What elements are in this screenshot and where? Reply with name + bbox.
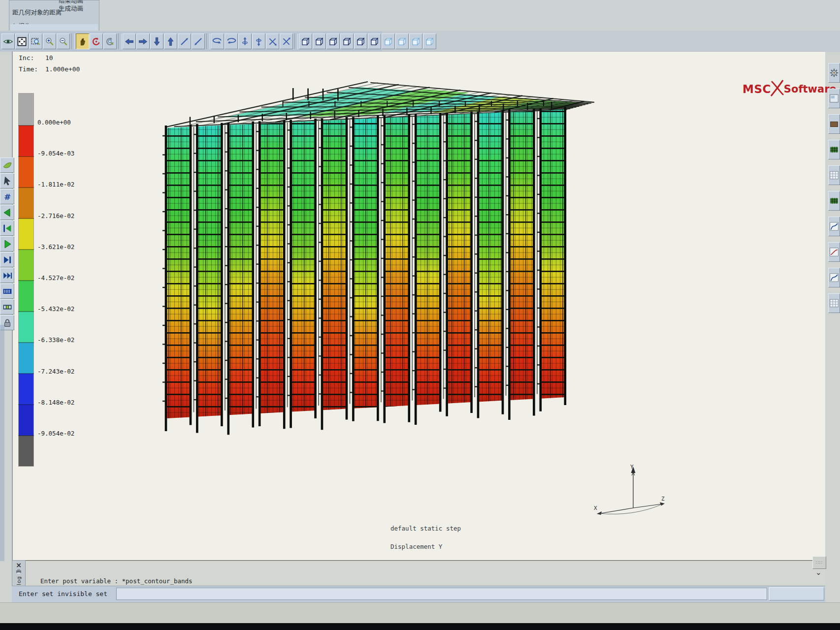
translate-right-icon [138,36,148,47]
scroll-down-chevron-icon[interactable]: ⌄ [815,568,822,577]
screen-bezel [0,623,840,630]
increment-readout: Inc:10 [19,54,53,62]
rotate-x-up-button[interactable] [238,33,252,49]
numbering-icon: # [2,191,13,202]
solid-render-button[interactable] [828,114,840,134]
view-bottom-icon [369,36,380,47]
orientation-triad: Y X Z [591,463,667,518]
pan-button[interactable] [76,33,89,49]
legend-value-label: -4.527e-02 [37,274,74,282]
settings-button[interactable] [828,63,840,83]
translate-down-button[interactable] [150,33,163,49]
view-front-button[interactable] [299,33,312,49]
xy-plot-button[interactable] [828,268,840,287]
rotate-pos-button[interactable] [178,33,191,49]
increment-value: 10 [45,54,53,62]
view-iso-4-button[interactable] [423,33,436,49]
command-prompt-label: Enter set invisible set [19,590,107,598]
bottom-bar [0,602,840,624]
view-front-icon [300,36,311,47]
view-left-button[interactable] [326,33,340,49]
rotate-z-ccw-icon [281,36,291,47]
model-browser-icon [829,93,840,104]
history-plot-button[interactable] [828,217,840,236]
legend-value-label: -5.432e-02 [37,305,74,313]
fit-view-button[interactable] [15,33,29,49]
view-iso-1-button[interactable] [382,33,395,49]
console-scrollbar-thumb[interactable]: ∷∷ [812,556,826,569]
prompt-side-button[interactable] [769,587,824,600]
plot-style-button[interactable] [0,158,14,173]
view-iso-3-button[interactable] [409,33,422,49]
visibility-button[interactable] [1,33,15,49]
plot-style-icon [2,160,13,171]
legend-value-label: -8.148e-02 [37,399,74,406]
path-plot-button[interactable] [828,242,840,262]
view-back-icon [314,36,324,47]
zoom-in-button[interactable] [43,33,56,49]
pick-tool-icon [2,176,13,187]
legend-value-label: -1.811e-02 [37,181,74,188]
legend-value-label: 0.000e+00 [37,119,71,126]
report-grid-button[interactable] [828,293,840,313]
anim-step-back-button[interactable] [0,220,14,236]
zoom-out-button[interactable] [57,33,70,49]
anim-frames-button[interactable] [0,284,14,299]
rotate-z-ccw-button[interactable] [280,33,293,49]
rotate-z-cw-button[interactable] [266,33,279,49]
table-grid-button[interactable] [828,165,840,185]
view-right-button[interactable] [340,33,354,49]
legend-value-label: -3.621e-02 [37,243,74,251]
visibility-icon [3,36,13,47]
translate-right-button[interactable] [136,33,150,49]
time-value: 1.000e+00 [45,65,80,73]
printer-icon[interactable] [15,568,22,574]
time-readout: Time:1.000e+00 [19,65,80,73]
mesh-render-button[interactable] [828,140,840,159]
view-bottom-button[interactable] [368,33,381,49]
zoom-box-button[interactable] [29,33,42,49]
pick-tool-button[interactable] [0,173,14,189]
rotate-neg-button[interactable] [192,33,205,49]
menu-item-label: 距几何对象的距离 [12,9,62,16]
view-iso-3-icon [411,36,421,47]
view-iso-2-button[interactable] [395,33,409,49]
model-browser-button[interactable] [828,89,840,108]
command-input-field[interactable] [116,588,767,600]
result-quantity-caption: Displacement Y [390,543,442,550]
zoom-box-icon [31,36,41,47]
fit-view-icon [17,36,27,47]
rotate-y-right-button[interactable] [225,33,238,49]
close-dialog-button[interactable]: × [16,562,22,568]
translate-left-button[interactable] [123,33,136,49]
table-grid-icon [829,170,840,181]
rotate-y-left-button[interactable] [211,33,224,49]
legend-value-label: -6.338e-02 [37,336,74,344]
view-iso-2-icon [397,36,407,47]
view-top-button[interactable] [354,33,367,49]
axis-y-label: Y [630,464,634,470]
anim-play-button[interactable] [0,236,14,252]
fem-model-view[interactable] [144,74,646,482]
history-plot-icon [829,221,840,232]
anim-step-forward-button[interactable] [0,252,14,267]
view-back-button[interactable] [313,33,326,49]
anim-film-button[interactable] [0,299,14,315]
anim-prev-button[interactable] [0,205,14,220]
rotate-view-button[interactable] [90,33,103,49]
menu-item-generate-animation[interactable]: 生成动画 [59,5,83,12]
rotate-x-down-button[interactable] [252,33,265,49]
numbering-button[interactable]: # [0,189,14,204]
contour-plot-icon [829,195,840,206]
anim-skip-end-button[interactable] [0,268,14,283]
view-right-icon [342,36,352,47]
zoom-in-icon [44,36,55,47]
translate-up-button[interactable] [164,33,177,49]
contour-plot-button[interactable] [828,191,840,211]
rotate-zoom-button[interactable] [103,33,117,49]
legend-value-label: -7.243e-02 [37,368,74,375]
legend-color-block [19,405,33,436]
rotate-zoom-icon [105,36,115,47]
menu-item-result-animation[interactable]: 结果动画 [59,0,83,4]
chinese-menu-panel: 结果动画 距几何对象的距离 与报告 生成动画 [9,0,99,33]
